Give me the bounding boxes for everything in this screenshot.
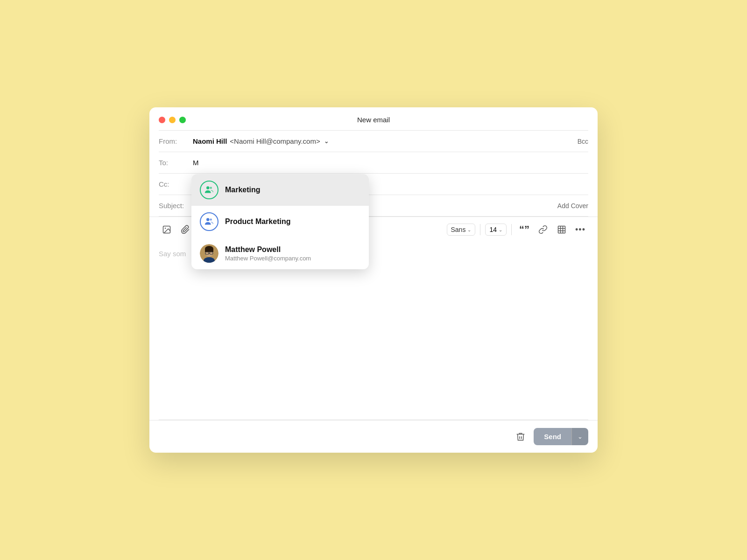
toolbar-separator-1 <box>480 224 480 235</box>
link-icon[interactable] <box>535 222 551 238</box>
svg-rect-7 <box>205 249 213 252</box>
send-dropdown-button[interactable]: ⌄ <box>571 428 588 445</box>
email-compose-window: New email From: Naomi Hill <Naomi Hill@c… <box>149 107 598 453</box>
to-input[interactable] <box>193 159 588 167</box>
blockquote-icon[interactable]: “” <box>516 222 532 238</box>
from-label: From: <box>159 137 189 145</box>
traffic-lights <box>159 117 186 123</box>
send-button[interactable]: Send <box>534 428 571 445</box>
autocomplete-item-marketing[interactable]: Marketing <box>191 174 369 206</box>
from-dropdown-icon[interactable]: ⌄ <box>324 138 329 145</box>
svg-point-1 <box>210 187 212 189</box>
svg-point-2 <box>206 218 209 221</box>
bcc-button[interactable]: Bcc <box>578 138 588 145</box>
minimize-button[interactable] <box>169 117 176 123</box>
matthew-avatar <box>200 244 218 263</box>
table-icon[interactable] <box>554 222 570 238</box>
marketing-avatar <box>200 181 218 199</box>
more-options-icon[interactable]: ••• <box>572 222 588 238</box>
image-icon[interactable] <box>159 222 175 238</box>
delete-button[interactable] <box>512 428 529 445</box>
group-icon-green <box>204 185 214 195</box>
maximize-button[interactable] <box>179 117 186 123</box>
to-row: To: Marketing <box>149 152 598 173</box>
svg-point-3 <box>210 218 212 221</box>
marketing-text: Marketing <box>225 186 261 194</box>
matthew-name: Matthew Powell <box>225 245 311 254</box>
to-label: To: <box>159 159 189 167</box>
marketing-name: Marketing <box>225 186 261 194</box>
product-marketing-name: Product Marketing <box>225 217 290 226</box>
matthew-email: Matthew Powell@company.com <box>225 255 311 262</box>
font-family-label: Sans <box>451 226 466 233</box>
svg-rect-14 <box>558 226 565 233</box>
attach-icon[interactable] <box>177 222 193 238</box>
matthew-text: Matthew Powell Matthew Powell@company.co… <box>225 245 311 262</box>
autocomplete-dropdown: Marketing Product Marketing <box>191 174 369 269</box>
autocomplete-item-matthew-powell[interactable]: Matthew Powell Matthew Powell@company.co… <box>191 238 369 269</box>
close-button[interactable] <box>159 117 165 123</box>
from-value: Naomi Hill <Naomi Hill@company.com> ⌄ <box>193 137 329 145</box>
svg-point-13 <box>165 228 166 229</box>
toolbar-separator-2 <box>511 224 512 235</box>
subject-label: Subject: <box>159 202 189 210</box>
from-email: <Naomi Hill@company.com> <box>230 137 320 145</box>
product-marketing-text: Product Marketing <box>225 217 290 226</box>
font-family-selector[interactable]: Sans ⌄ <box>447 224 476 236</box>
group-icon-blue <box>204 217 214 227</box>
autocomplete-item-product-marketing[interactable]: Product Marketing <box>191 206 369 238</box>
matthew-photo <box>200 244 218 263</box>
cc-label: Cc: <box>159 180 189 188</box>
font-size-selector[interactable]: 14 ⌄ <box>485 224 507 236</box>
from-row: From: Naomi Hill <Naomi Hill@company.com… <box>149 131 598 152</box>
font-size-chevron-icon: ⌄ <box>499 227 502 232</box>
title-bar: New email <box>149 107 598 130</box>
product-marketing-avatar <box>200 212 218 231</box>
from-name: Naomi Hill <box>193 137 227 145</box>
font-family-chevron-icon: ⌄ <box>467 227 471 232</box>
window-title: New email <box>357 116 390 124</box>
font-size-value: 14 <box>489 226 497 233</box>
add-cover-button[interactable]: Add Cover <box>557 202 588 210</box>
send-button-group: Send ⌄ <box>534 428 588 445</box>
svg-point-0 <box>206 186 209 189</box>
body-placeholder: Say som <box>159 250 186 258</box>
bottom-bar: Send ⌄ <box>149 420 598 453</box>
